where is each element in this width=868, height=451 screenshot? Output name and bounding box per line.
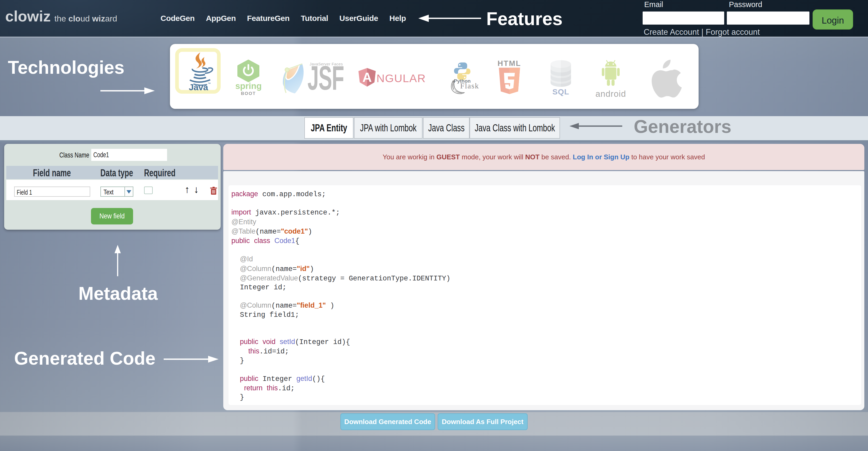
svg-text:™: ™ <box>208 82 211 86</box>
svg-text:Java: Java <box>189 82 208 92</box>
svg-text:A: A <box>362 70 372 85</box>
